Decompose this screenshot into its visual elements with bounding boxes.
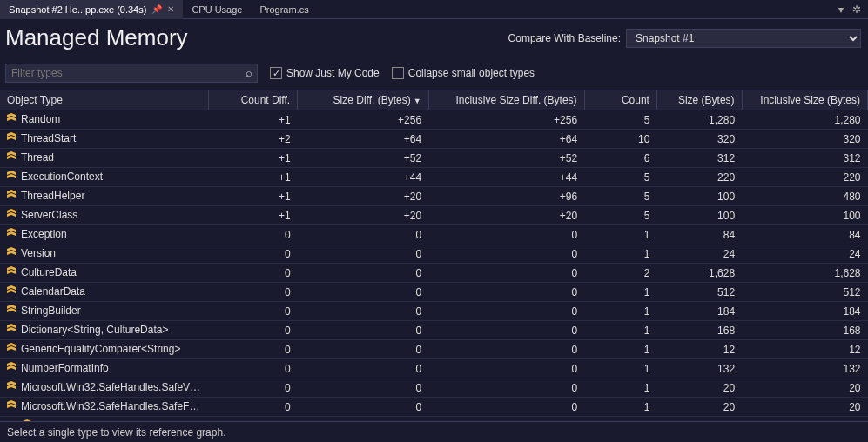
table-row[interactable]: Microsoft.Win32.SafeHandles.SafeViewOfFi…: [0, 378, 868, 398]
pin-icon[interactable]: 📌: [151, 4, 162, 14]
close-icon[interactable]: ✕: [167, 4, 174, 14]
class-icon: [5, 246, 17, 261]
baseline-select[interactable]: Snapshot #1: [626, 29, 861, 48]
cell-size: 20: [656, 398, 742, 417]
cell-inclusive-size-diff: +20: [428, 206, 584, 225]
cell-count: 10: [584, 130, 656, 149]
class-icon: [5, 151, 17, 165]
cell-object-type: ConsoleStream: [0, 417, 209, 422]
cell-size-diff: 0: [298, 359, 428, 378]
col-count[interactable]: Count: [584, 90, 656, 110]
cell-count: 1: [584, 302, 656, 321]
table-row[interactable]: CultureData00021,6281,628: [0, 264, 868, 283]
col-inclusive-size-diff[interactable]: Inclusive Size Diff. (Bytes): [428, 90, 584, 110]
cell-count-diff: 0: [209, 244, 298, 264]
table-row[interactable]: Random+1+256+25651,2801,280: [0, 110, 868, 130]
table-row[interactable]: Version00012424: [0, 244, 868, 264]
cell-size: 1,280: [656, 110, 742, 130]
cell-object-type: StringBuilder: [0, 302, 209, 321]
table-row[interactable]: Exception00018484: [0, 225, 868, 244]
cell-count-diff: +1: [209, 187, 298, 206]
sort-desc-icon: ▼: [414, 97, 421, 105]
gear-icon[interactable]: ✲: [852, 3, 861, 16]
tab-program-cs[interactable]: Program.cs: [251, 0, 317, 19]
col-inclusive-size[interactable]: Inclusive Size (Bytes): [742, 90, 867, 110]
cell-inclusive-size: 48: [742, 417, 867, 422]
cell-count-diff: +2: [209, 130, 298, 149]
cell-size-diff: +52: [298, 149, 428, 168]
table-row[interactable]: CalendarData0001512512: [0, 283, 868, 302]
checkbox-label: Show Just My Code: [286, 67, 380, 79]
cell-count: 1: [584, 244, 656, 264]
cell-count-diff: 0: [209, 321, 298, 340]
tab-snapshot[interactable]: Snapshot #2 He...pp.exe (0.34s) 📌 ✕: [0, 0, 183, 19]
cell-object-type: GenericEqualityComparer<String>: [0, 340, 209, 359]
col-object-type[interactable]: Object Type: [0, 90, 209, 110]
cell-size-diff: +64: [298, 130, 428, 149]
cell-size: 220: [656, 168, 742, 187]
show-just-my-code-checkbox[interactable]: ✓ Show Just My Code: [270, 67, 380, 79]
class-icon: [5, 323, 17, 338]
search-icon[interactable]: ⌕: [246, 66, 252, 79]
tab-label: Program.cs: [259, 4, 308, 15]
cell-size-diff: 0: [298, 378, 428, 398]
table-row[interactable]: NumberFormatInfo0001132132: [0, 359, 868, 378]
cell-count-diff: 0: [209, 378, 298, 398]
table-row[interactable]: GenericEqualityComparer<String>00011212: [0, 340, 868, 359]
title-bar: Managed Memory Compare With Baseline: Sn…: [0, 19, 868, 60]
cell-size-diff: 0: [298, 225, 428, 244]
page-title: Managed Memory: [5, 24, 188, 51]
col-size-diff[interactable]: Size Diff. (Bytes)▼: [298, 90, 428, 110]
cell-size: 28: [656, 417, 742, 422]
cell-size: 168: [656, 321, 742, 340]
cell-inclusive-size: 132: [742, 359, 867, 378]
cell-count-diff: 0: [209, 225, 298, 244]
cell-object-type: ExecutionContext: [0, 168, 209, 187]
cell-object-type: CultureData: [0, 264, 209, 283]
cell-size-diff: +20: [298, 187, 428, 206]
table-row[interactable]: Microsoft.Win32.SafeHandles.SafeFileHand…: [0, 398, 868, 417]
cell-count: 1: [584, 340, 656, 359]
table-row[interactable]: ExecutionContext+1+44+445220220: [0, 168, 868, 187]
table-row[interactable]: ServerClass+1+20+205100100: [0, 206, 868, 225]
class-icon: [5, 399, 17, 414]
object-table[interactable]: Object Type Count Diff. Size Diff. (Byte…: [0, 90, 868, 421]
dropdown-icon[interactable]: ▾: [838, 3, 844, 16]
col-size[interactable]: Size (Bytes): [656, 90, 742, 110]
table-row[interactable]: Thread+1+52+526312312: [0, 149, 868, 168]
cell-size: 12: [656, 340, 742, 359]
collapse-small-checkbox[interactable]: Collapse small object types: [392, 67, 535, 79]
cell-inclusive-size: 480: [742, 187, 867, 206]
tab-cpu-usage[interactable]: CPU Usage: [183, 0, 251, 19]
cell-size: 320: [656, 130, 742, 149]
class-icon: [5, 285, 17, 299]
filter-input[interactable]: [5, 64, 258, 83]
cell-inclusive-size-diff: 0: [428, 359, 584, 378]
col-count-diff[interactable]: Count Diff.: [209, 90, 298, 110]
cell-count-diff: 0: [209, 283, 298, 302]
cell-size-diff: +256: [298, 110, 428, 130]
table-row[interactable]: Dictionary<String, CultureData>000116816…: [0, 321, 868, 340]
cell-size-diff: 0: [298, 283, 428, 302]
table-row[interactable]: ThreadStart+2+64+6410320320: [0, 130, 868, 149]
table-row[interactable]: ConsoleStream00012848: [0, 417, 868, 422]
class-icon: [21, 419, 33, 421]
cell-count-diff: 0: [209, 417, 298, 422]
cell-inclusive-size-diff: 0: [428, 340, 584, 359]
cell-object-type: Version: [0, 244, 209, 264]
cell-count-diff: 0: [209, 398, 298, 417]
cell-count: 5: [584, 206, 656, 225]
cell-inclusive-size-diff: +96: [428, 187, 584, 206]
cell-object-type: NumberFormatInfo: [0, 359, 209, 378]
cell-inclusive-size: 312: [742, 149, 867, 168]
cell-size: 20: [656, 378, 742, 398]
table-row[interactable]: ThreadHelper+1+20+965100480: [0, 187, 868, 206]
table-row[interactable]: StringBuilder0001184184: [0, 302, 868, 321]
cell-size: 184: [656, 302, 742, 321]
cell-count: 5: [584, 110, 656, 130]
cell-inclusive-size-diff: 0: [428, 283, 584, 302]
cell-size: 1,628: [656, 264, 742, 283]
cell-size-diff: +44: [298, 168, 428, 187]
cell-inclusive-size: 24: [742, 244, 867, 264]
cell-count: 6: [584, 149, 656, 168]
